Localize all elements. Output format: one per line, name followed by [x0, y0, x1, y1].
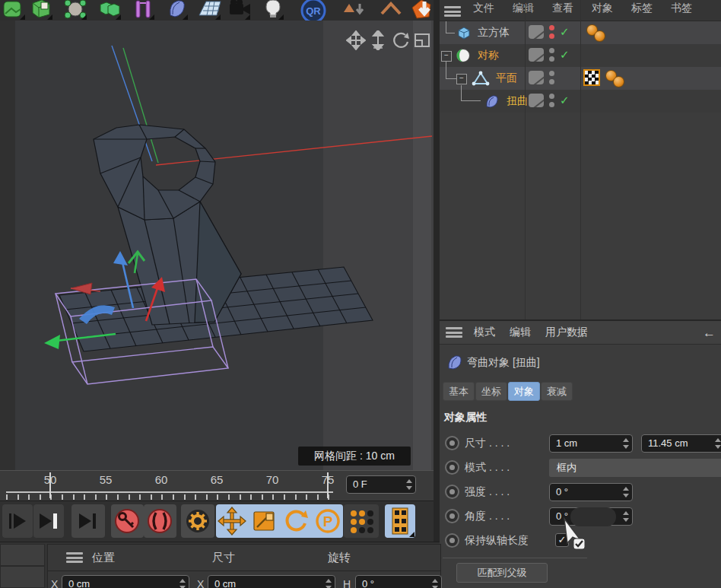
strength-field[interactable]: 0 °: [549, 483, 633, 501]
am-menu-edit[interactable]: 编辑: [510, 326, 531, 339]
timeline-key-cell[interactable]: [0, 544, 45, 566]
fit-to-parent-button[interactable]: 匹配到父级: [456, 563, 548, 583]
symmetry-enabled-check[interactable]: ✓: [560, 48, 570, 62]
light-object-icon[interactable]: [259, 0, 284, 21]
panel-divider[interactable]: [434, 0, 440, 588]
key-rotation-toggle[interactable]: [280, 504, 312, 538]
plane-phong-tag[interactable]: [613, 76, 624, 87]
key-filter-group: P: [216, 504, 343, 538]
pos-x-field[interactable]: 0 cm: [62, 575, 189, 588]
spline-object-icon[interactable]: [129, 0, 155, 21]
camera-icon[interactable]: [225, 0, 251, 21]
chevron-up-icon[interactable]: [374, 0, 405, 21]
range-marker-end[interactable]: [327, 472, 329, 498]
object-properties-header: 对象属性: [444, 411, 487, 424]
viewport-pan-icon[interactable]: [346, 30, 366, 50]
viewport-zoom-icon[interactable]: [368, 30, 388, 50]
angle-anim-dot[interactable]: [445, 509, 459, 523]
viewport-left-margin: [0, 21, 16, 470]
cube-render-dot[interactable]: [549, 33, 554, 39]
keying-settings-button[interactable]: [181, 504, 214, 538]
plane-render-dot[interactable]: [549, 79, 554, 84]
tab-coordinates[interactable]: 坐标: [475, 382, 507, 401]
mode-anim-dot[interactable]: [445, 460, 459, 475]
plane-uvw-tag[interactable]: [583, 69, 600, 86]
tab-falloff[interactable]: 衰减: [541, 382, 573, 401]
plane-collapse-box[interactable]: −: [456, 74, 467, 84]
om-menu-file[interactable]: 文件: [473, 2, 494, 15]
bend-deformer-icon[interactable]: [163, 0, 189, 21]
next-frame-button[interactable]: [33, 504, 64, 538]
boole-object-icon[interactable]: [27, 0, 53, 21]
autokey-button[interactable]: [144, 504, 176, 538]
object-manager: 文件 编辑 查看 对象 标签 书签 立方体 ✓ −: [440, 0, 721, 319]
am-menu-icon[interactable]: [446, 327, 462, 338]
goto-end-button[interactable]: [71, 504, 105, 538]
timeline-key-cell[interactable]: [0, 566, 45, 588]
key-position-toggle[interactable]: [216, 504, 248, 538]
size-x-axis-label: X: [197, 578, 204, 588]
floor-object-icon[interactable]: [195, 0, 221, 21]
plane-layer-toggle[interactable]: [529, 71, 544, 84]
qr-label: QR: [306, 5, 321, 17]
key-scale-toggle[interactable]: [248, 504, 280, 538]
bend-layer-toggle[interactable]: [529, 94, 544, 107]
timeline-ruler[interactable]: 50 55 60 65 70 75 0 F: [0, 470, 434, 501]
hierarchy-arrows-icon[interactable]: [333, 0, 367, 21]
om-menu-edit[interactable]: 编辑: [513, 2, 534, 15]
current-frame-field[interactable]: 0 F: [346, 475, 416, 494]
om-menu-objects[interactable]: 对象: [592, 2, 613, 15]
symmetry-layer-toggle[interactable]: [529, 48, 544, 62]
size-y-field[interactable]: 11.45 cm: [641, 434, 721, 453]
size-anim-dot[interactable]: [445, 436, 459, 450]
bend-enabled-check[interactable]: ✓: [560, 94, 570, 107]
angle-label: 角度 . . . .: [465, 510, 510, 523]
am-menu-userdata[interactable]: 用户数据: [545, 326, 588, 339]
strength-anim-dot[interactable]: [445, 485, 459, 499]
symmetry-editor-dot[interactable]: [549, 48, 554, 53]
motion-clip-button[interactable]: [385, 504, 415, 538]
om-menu-tags[interactable]: 标签: [631, 2, 653, 15]
om-menu-icon[interactable]: [444, 6, 461, 17]
record-keyframe-button[interactable]: [111, 504, 144, 538]
strength-label: 强度 . . . .: [465, 485, 510, 499]
key-parameter-toggle[interactable]: P: [312, 504, 344, 538]
tab-object[interactable]: 对象: [508, 382, 540, 401]
history-back-arrow[interactable]: ←: [703, 326, 716, 341]
object-label-cube: 立方体: [478, 26, 510, 40]
cube-editor-dot[interactable]: [549, 25, 554, 30]
bend-render-dot[interactable]: [549, 102, 554, 107]
tick-label-65: 65: [211, 473, 224, 486]
rot-h-field[interactable]: 0 °: [355, 575, 442, 588]
om-menu-bookmarks[interactable]: 书签: [671, 2, 692, 15]
size-x-field[interactable]: 1 cm: [549, 434, 633, 453]
cube-layer-toggle[interactable]: [529, 25, 544, 39]
keep-anim-dot[interactable]: [445, 533, 459, 548]
play-forward-button[interactable]: [2, 504, 33, 538]
om-menu-view[interactable]: 查看: [552, 2, 573, 15]
mode-dropdown[interactable]: 框内: [549, 459, 721, 477]
viewport-3d[interactable]: 网格间距 : 10 cm: [15, 21, 434, 470]
size-x-field-bottom[interactable]: 0 cm: [208, 575, 335, 588]
cinema4d-window: QR: [0, 0, 721, 588]
viewport-maximize-icon[interactable]: [412, 30, 432, 50]
symmetry-render-dot[interactable]: [549, 56, 554, 62]
coord-menu-icon[interactable]: [66, 552, 83, 563]
plane-editor-dot[interactable]: [549, 71, 554, 76]
landscape-object-icon[interactable]: [0, 0, 26, 21]
rotation-header: 旋转: [328, 551, 351, 565]
size-y-value: 11.45 cm: [648, 437, 688, 449]
qr-helper-icon[interactable]: QR: [297, 0, 327, 21]
tab-basic[interactable]: 基本: [443, 382, 475, 401]
object-label-symmetry: 对称: [478, 49, 499, 62]
range-marker-start[interactable]: [49, 472, 51, 498]
lattice-object-icon[interactable]: [62, 0, 87, 21]
viewport-rotate-icon[interactable]: [390, 30, 410, 50]
key-pla-toggle[interactable]: [344, 504, 379, 538]
cube-phong-tag[interactable]: [594, 30, 605, 42]
symmetry-collapse-box[interactable]: −: [441, 51, 452, 62]
array-object-icon[interactable]: [96, 0, 122, 21]
cube-enabled-check[interactable]: ✓: [560, 25, 570, 39]
am-menu-mode[interactable]: 模式: [474, 326, 495, 339]
bend-editor-dot[interactable]: [549, 94, 554, 99]
